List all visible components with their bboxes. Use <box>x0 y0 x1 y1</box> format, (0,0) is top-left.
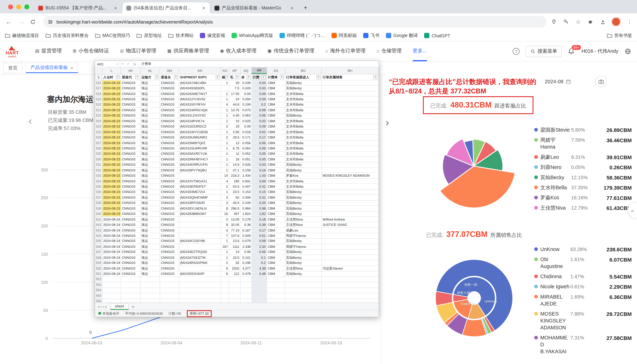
sheet-cell[interactable]: 0.691 <box>240 179 252 184</box>
sheet-cell[interactable]: 2024-08-23 <box>103 195 121 200</box>
sheet-cell[interactable]: 1 <box>221 80 229 86</box>
sheet-cell[interactable]: 海运 <box>141 97 160 102</box>
sheet-cell[interactable]: 宾灿Becky <box>285 195 322 200</box>
sheet-cell[interactable]: 文水玲Bella <box>285 179 322 184</box>
sheet-cell[interactable] <box>103 288 121 293</box>
filter-dropdown-icon[interactable]: ▼ <box>155 75 159 79</box>
sheet-cell[interactable]: 2024-08-24 <box>103 238 121 244</box>
sheet-cell[interactable]: CNNG03 <box>160 195 179 200</box>
new-tab-button[interactable]: + <box>301 2 310 12</box>
fx-icon[interactable]: fx <box>131 62 138 66</box>
sheet-cell[interactable]: 宾灿Becky <box>285 271 322 277</box>
sheet-cell[interactable] <box>322 157 378 162</box>
column-letter-header[interactable]: AL <box>141 68 160 74</box>
sheet-cell[interactable] <box>322 250 378 255</box>
sheet-cell[interactable] <box>322 244 378 250</box>
tab-close-icon[interactable]: × <box>114 5 118 11</box>
sheet-cell[interactable]: 0.41 <box>252 184 267 190</box>
sheet-cell[interactable]: CNNG03 <box>160 135 179 140</box>
forward-button[interactable]: → <box>17 18 26 25</box>
sheet-cell[interactable]: 海运 <box>141 228 160 233</box>
sheet-cell[interactable]: 54.5 <box>229 184 240 190</box>
sheet-cell[interactable]: 2024-08-23 <box>103 80 121 86</box>
sheet-cell[interactable]: CNNG03 <box>121 168 141 173</box>
sheet-cell[interactable]: CNNG03 <box>121 217 141 222</box>
sheet-cell[interactable] <box>141 293 160 299</box>
sheet-cell[interactable] <box>322 86 378 91</box>
sheet-cell[interactable]: (M2434DRRUVFN <box>179 162 221 168</box>
sheet-cell[interactable] <box>322 190 378 195</box>
sheet-cell[interactable]: 0.018 <box>240 130 252 135</box>
sheet-cell[interactable] <box>229 293 240 299</box>
sheet-cell[interactable]: 海运 <box>141 108 160 113</box>
sheet-cell[interactable]: 2024-08-23 <box>103 135 121 140</box>
sheet-cell[interactable] <box>179 299 221 303</box>
sheet-header-cell[interactable]: 计费单▼ <box>267 74 285 80</box>
sheet-cell[interactable] <box>179 217 221 222</box>
sheet-cell[interactable]: CNNG03 <box>160 250 179 255</box>
sheet-cell[interactable]: CNNG03 <box>121 184 141 190</box>
sheet-cell[interactable]: 海运 <box>141 271 160 277</box>
sheet-cell[interactable]: 宾灿Becky <box>285 250 322 255</box>
sheet-cell[interactable]: 0.03 <box>252 119 267 124</box>
sheet-cell[interactable] <box>160 299 179 303</box>
sheet-cell[interactable] <box>179 277 221 282</box>
sheet-cell[interactable]: 1 <box>221 113 229 119</box>
sheet-cell[interactable]: 14 <box>221 173 229 179</box>
sheet-cell[interactable]: 0.06 <box>252 146 267 152</box>
sheet-header-cell[interactable]: SHIPMENT ID/PC▼ <box>179 74 221 80</box>
sheet-cell[interactable] <box>322 211 378 217</box>
sheet-cell[interactable]: CNNG03 <box>121 195 141 200</box>
sheet-cell[interactable]: 1 <box>221 152 229 157</box>
sheet-cell[interactable]: CNNG03 <box>121 80 141 86</box>
filter-dropdown-icon[interactable]: ▼ <box>116 75 120 79</box>
sheet-header-cell[interactable]: 体▼ <box>240 74 252 80</box>
sheet-cell[interactable]: CNNG03 <box>160 113 179 119</box>
sheet-cell[interactable]: 2024-08-23 <box>103 119 121 124</box>
sheet-cell[interactable]: 4 <box>221 228 229 233</box>
sheet-cell[interactable]: 2024-08-23 <box>103 168 121 173</box>
sheet-cell[interactable]: 0.101 <box>240 255 252 260</box>
sheet-cell[interactable]: 296.5 <box>229 206 240 211</box>
nav-item[interactable]: ⌂海外仓订单管理 <box>325 42 366 61</box>
sheet-cell[interactable] <box>160 293 179 299</box>
bookmark-item[interactable]: 技术网站 <box>169 32 194 38</box>
sheet-cell[interactable]: (M24318PVIK74 <box>179 119 221 124</box>
sheet-cell[interactable] <box>322 146 378 152</box>
sheet-cell[interactable]: CNNG03 <box>160 102 179 108</box>
sheet-cell[interactable] <box>141 299 160 303</box>
nav-item[interactable]: 更多... <box>413 42 427 61</box>
row-number[interactable]: 552 <box>95 277 102 282</box>
sheet-cell[interactable]: CNNG03 <box>160 168 179 173</box>
sheet-cell[interactable]: CNNG03 <box>121 271 141 277</box>
sheet-cell[interactable]: 文水玲Bella <box>285 157 322 162</box>
sheet-cell[interactable]: 1 <box>221 238 229 244</box>
sheet-cell[interactable]: 2.95 <box>229 130 240 135</box>
sheet-cell[interactable]: 50 <box>229 195 240 200</box>
sheet-cell[interactable]: (M2431WYO1BSB <box>179 130 221 135</box>
sheet-cell[interactable]: 0.249 <box>240 200 252 206</box>
formula-value[interactable]: 计费单 <box>139 62 154 66</box>
sheet-cell[interactable]: CNNG03 <box>121 135 141 140</box>
sheet-cell[interactable]: CNNG03 <box>121 222 141 228</box>
row-number[interactable]: 550 <box>95 266 102 272</box>
sheet-cell[interactable]: CNNG03 <box>121 124 141 130</box>
row-number[interactable]: 545 <box>95 238 102 244</box>
sheet-cell[interactable]: CNNG03 <box>160 266 179 272</box>
sheet-cell[interactable] <box>179 288 221 293</box>
sheet-cell[interactable]: 0.052 <box>240 152 252 157</box>
nav-item[interactable]: ▤提货管理 <box>35 42 62 61</box>
sheet-cell[interactable]: 0.063 <box>240 113 252 119</box>
sheet-cell[interactable]: 海运 <box>141 113 160 119</box>
sheet-cell[interactable]: 0.02 <box>252 130 267 135</box>
sheet-cell[interactable]: CNNG03 <box>160 217 179 222</box>
sheet-cell[interactable]: (M2429PVT9QBU <box>179 168 221 173</box>
row-number[interactable]: 537 <box>95 195 102 200</box>
legend-item[interactable]: 文水玲Bella37.35%179.39CBM <box>534 183 632 193</box>
legend-item[interactable]: 梁国新Stevie5.60%26.89CBM <box>534 125 632 135</box>
sheet-cell[interactable]: 52 <box>229 260 240 266</box>
screenshot-button[interactable] <box>595 76 607 87</box>
sheet-cell[interactable]: (M2433QN4FWMF <box>179 195 221 200</box>
month-picker[interactable]: 2024-08 <box>545 79 571 84</box>
row-number[interactable]: 516 <box>95 80 102 86</box>
